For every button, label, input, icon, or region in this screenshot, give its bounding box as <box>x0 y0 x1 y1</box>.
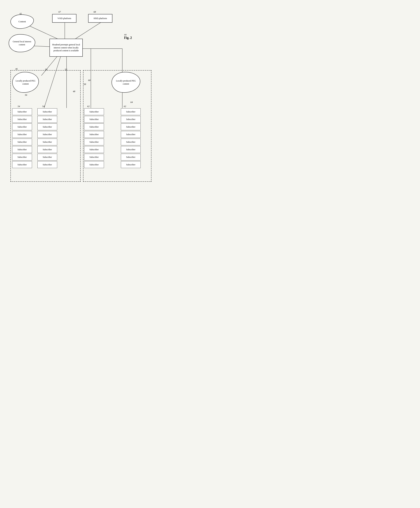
subscriber-item: Subscriber <box>84 108 104 115</box>
subscriber-item: Subscriber <box>37 154 57 161</box>
subscriber-item: Subscriber <box>12 139 32 145</box>
fig-label: Fig. 2 <box>124 36 132 40</box>
general-local-cloud: General local interest content <box>9 34 35 52</box>
subscriber-item: Subscriber <box>37 123 57 130</box>
subscriber-item: Subscriber <box>121 116 141 123</box>
ref-46: 46 <box>15 67 18 70</box>
vod-platform-box: VOD platform <box>52 14 76 23</box>
ref-56: 56 <box>25 94 27 97</box>
subscriber-item: Subscriber <box>12 108 32 115</box>
ref-54a: 54 <box>18 105 20 108</box>
subscriber-item: Subscriber <box>121 146 141 153</box>
subscriber-item: Subscriber <box>12 131 32 138</box>
content-cloud: Content <box>10 15 34 29</box>
subscriber-item: Subscriber <box>37 161 57 168</box>
subscriber-item: Subscriber <box>12 123 32 130</box>
subscriber-item: Subscriber <box>12 116 32 123</box>
subscriber-item: Subscriber <box>84 116 104 123</box>
ref-54b: 54 <box>42 105 44 108</box>
subscriber-col-3: Subscriber Subscriber Subscriber Subscri… <box>84 108 104 169</box>
subscriber-col-4: Subscriber Subscriber Subscriber Subscri… <box>121 108 141 169</box>
subscriber-item: Subscriber <box>37 146 57 153</box>
subscriber-item: Subscriber <box>84 123 104 130</box>
diagram: 42 Content 66 General local interest con… <box>5 5 156 189</box>
subscriber-item: Subscriber <box>121 131 141 138</box>
subscriber-item: Subscriber <box>84 146 104 153</box>
subscriber-item: Subscriber <box>84 154 104 161</box>
subscriber-item: Subscriber <box>37 116 57 123</box>
subscriber-item: Subscriber <box>37 139 57 145</box>
subscriber-col-2: Subscriber Subscriber Subscriber Subscri… <box>37 108 57 169</box>
hsd-platform-box: HSD platform <box>88 14 112 23</box>
subscriber-col-1: Subscriber Subscriber Subscriber Subscri… <box>12 108 32 169</box>
ref-67: 67 <box>59 10 61 13</box>
subscriber-item: Subscriber <box>121 108 141 115</box>
subscriber-item: Subscriber <box>121 161 141 168</box>
subscriber-item: Subscriber <box>84 139 104 145</box>
ref-62b: 62 <box>124 105 126 108</box>
subscriber-item: Subscriber <box>12 161 32 168</box>
subscriber-item: Subscriber <box>84 131 104 138</box>
subscriber-item: Subscriber <box>121 123 141 130</box>
headend-box: Headend preempts general local interest … <box>50 39 83 57</box>
ref-64: 64 <box>130 101 133 104</box>
subscriber-item: Subscriber <box>121 139 141 145</box>
subscriber-item: Subscriber <box>37 131 57 138</box>
subscriber-item: Subscriber <box>84 161 104 168</box>
ref-44: 44 <box>124 33 126 36</box>
subscriber-item: Subscriber <box>12 146 32 153</box>
subscriber-item: Subscriber <box>37 108 57 115</box>
ref-62a: 62 <box>87 105 89 108</box>
ref-68: 68 <box>94 10 96 13</box>
svg-line-3 <box>75 22 101 39</box>
subscriber-item: Subscriber <box>12 154 32 161</box>
subscriber-item: Subscriber <box>121 154 141 161</box>
